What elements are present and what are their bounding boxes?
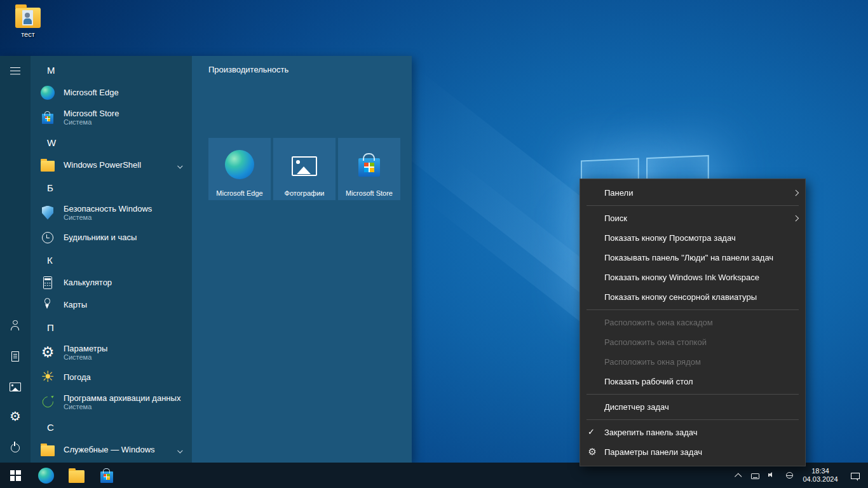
store-icon [100,471,113,483]
menu-separator [587,205,799,206]
store-icon [42,114,53,123]
system-tray: 18:34 04.03.2024 [729,463,868,488]
edge-icon [41,86,55,100]
menu-separator [587,309,799,310]
volume-button[interactable] [764,463,781,488]
gear-icon [10,411,22,423]
menu-item-show-people[interactable]: Показывать панель "Люди" на панели задач [580,248,805,268]
pictures-icon [10,383,21,391]
chevron-down-icon [177,163,182,169]
calculator-icon [43,276,53,289]
app-list-letter-m[interactable]: M [31,58,192,81]
tile-microsoft-edge[interactable]: Microsoft Edge [208,138,271,200]
pictures-button[interactable] [0,371,31,402]
touch-keyboard-button[interactable] [747,463,764,488]
app-item-maps[interactable]: Карты [31,294,192,316]
tile-microsoft-store[interactable]: Microsoft Store [338,138,400,200]
taskbar-clock[interactable]: 18:34 04.03.2024 [798,463,843,488]
power-button[interactable] [0,432,31,463]
user-folder-icon [15,8,41,28]
network-icon [786,472,793,479]
expand-menu-button[interactable] [0,56,31,86]
menu-item-task-manager[interactable]: Диспетчер задач [580,397,805,417]
app-item-microsoft-edge[interactable]: Microsoft Edge [31,81,192,104]
menu-item-show-desktop[interactable]: Показать рабочий стол [580,372,805,391]
tile-photos[interactable]: Фотографии [273,138,336,200]
app-list-letter-k[interactable]: К [31,248,192,271]
shortcut-label: тест [9,30,47,38]
user-account-button[interactable] [0,310,31,341]
taskbar: 18:34 04.03.2024 [0,463,868,488]
keyboard-icon [751,473,760,478]
clock-date: 04.03.2024 [803,475,837,484]
start-button[interactable] [0,463,31,488]
chevron-right-icon [792,190,798,196]
menu-separator [587,394,799,395]
documents-button[interactable] [0,341,31,371]
tile-group-title[interactable]: Производительность [208,65,412,74]
app-list-letter-b[interactable]: Б [31,176,192,199]
volume-icon [768,471,777,480]
gear-icon [41,346,55,360]
app-group-windows-system[interactable]: Служебные — Windows [31,438,192,461]
taskbar-store-button[interactable] [92,463,122,488]
windows-logo-icon [10,470,21,481]
show-hidden-icons-button[interactable] [729,463,747,488]
taskbar-edge-button[interactable] [31,463,61,488]
store-icon [358,158,380,177]
desktop-shortcut-user-folder[interactable]: тест [9,8,47,38]
app-list-letter-s[interactable]: С [31,416,192,438]
menu-item-show-task-view[interactable]: Показать кнопку Просмотра задач [580,228,805,248]
taskbar-context-menu: Панели Поиск Показать кнопку Просмотра з… [580,179,806,466]
alarm-icon [41,231,55,245]
menu-item-toolbars[interactable]: Панели [580,183,805,203]
chevron-right-icon [792,215,798,221]
settings-button[interactable] [0,402,31,432]
menu-item-stack-windows: Расположить окна стопкой [580,332,805,352]
taskbar-file-explorer-button[interactable] [61,463,92,488]
avatar [22,10,33,25]
photos-icon [292,156,317,176]
app-item-alarms-clock[interactable]: Будильники и часы [31,226,192,248]
shield-icon [42,206,53,220]
app-list-letter-w[interactable]: W [31,131,192,154]
check-icon [588,428,596,437]
desktop: тест M Microsoft Edge Microsoft Store [0,0,868,488]
document-icon [11,351,19,362]
menu-item-show-ink-workspace[interactable]: Показать кнопку Windows Ink Workspace [580,268,805,287]
folder-icon [41,161,55,172]
notification-icon [851,473,860,480]
menu-item-taskbar-settings[interactable]: Параметры панели задач [580,442,805,462]
app-item-calculator[interactable]: Калькулятор [31,271,192,294]
user-icon [10,320,22,332]
start-menu: M Microsoft Edge Microsoft Store Система… [0,56,412,463]
sun-icon [41,370,55,384]
menu-item-search[interactable]: Поиск [580,208,805,228]
network-button[interactable] [781,463,798,488]
start-menu-rail [0,56,31,463]
menu-item-show-touch-keyboard[interactable]: Показать кнопку сенсорной клавиатуры [580,287,805,307]
folder-icon [41,445,55,456]
file-explorer-folder-icon [69,470,85,483]
menu-separator [587,419,799,420]
map-pin-icon [41,298,55,312]
edge-icon [225,150,254,179]
power-icon [10,442,22,454]
menu-item-cascade-windows: Расположить окна каскадом [580,313,805,332]
app-item-weather[interactable]: Погода [31,366,192,388]
app-item-microsoft-store[interactable]: Microsoft Store Система [31,104,192,131]
gear-icon [588,448,597,457]
chevron-down-icon [177,448,182,454]
app-item-backup[interactable]: Программа архивации данных Система [31,388,192,416]
action-center-button[interactable] [843,463,868,488]
clock-time: 18:34 [811,467,829,475]
menu-item-lock-taskbar[interactable]: Закрепить панель задач [580,423,805,442]
hamburger-icon [10,65,22,78]
app-list-letter-p[interactable]: П [31,316,192,339]
edge-icon [38,468,54,484]
menu-item-side-by-side-windows: Расположить окна рядом [580,352,805,372]
app-item-settings[interactable]: Параметры Система [31,339,192,366]
start-app-list: M Microsoft Edge Microsoft Store Система… [31,56,192,463]
app-item-windows-security[interactable]: Безопасность Windows Система [31,199,192,226]
app-group-windows-powershell[interactable]: Windows PowerShell [31,154,192,176]
